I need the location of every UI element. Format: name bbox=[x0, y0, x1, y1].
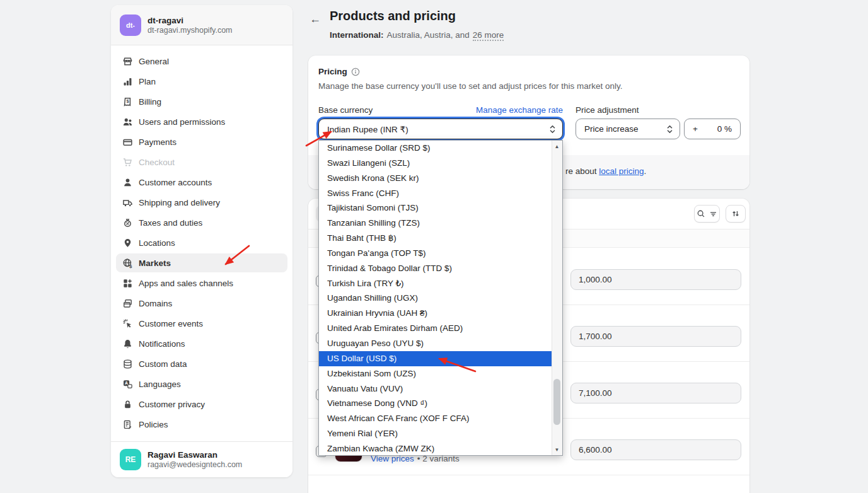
currency-option-label: Yemeni Rial (YER) bbox=[327, 429, 398, 438]
manage-exchange-rate-link[interactable]: Manage exchange rate bbox=[476, 105, 563, 115]
currency-option-label: Surinamese Dollar (SRD $) bbox=[327, 143, 431, 153]
currency-option[interactable]: Trinidad & Tobago Dollar (TTD $) bbox=[319, 261, 552, 276]
currency-option-label: Ugandan Shilling (UGX) bbox=[327, 293, 418, 303]
sidebar-item-plan[interactable]: Plan bbox=[116, 72, 287, 91]
sidebar-item-billing[interactable]: $ Billing bbox=[116, 92, 287, 111]
money-bag-icon bbox=[122, 218, 133, 228]
local-pricing-note: re about local pricing. bbox=[565, 166, 646, 176]
currency-option[interactable]: Tongan Pa'anga (TOP T$) bbox=[319, 246, 552, 261]
currency-dropdown-list: Surinamese Dollar (SRD $) Swazi Lilangen… bbox=[319, 141, 552, 455]
pricing-card-description: Manage the base currency you'll use to s… bbox=[318, 81, 623, 91]
currency-option[interactable]: West African CFA Franc (XOF F CFA) bbox=[319, 411, 552, 426]
currency-option[interactable]: Ukrainian Hryvnia (UAH ₴) bbox=[319, 306, 552, 321]
pricing-card-title-row: Pricing bbox=[318, 67, 360, 76]
sidebar-item-customer-events[interactable]: Customer events bbox=[116, 314, 287, 333]
base-currency-label: Base currency bbox=[318, 105, 373, 115]
sidebar-item-label: Users and permissions bbox=[139, 117, 225, 127]
sidebar-item-users-and-permissions[interactable]: Users and permissions bbox=[116, 112, 287, 131]
currency-option-label: Vanuatu Vatu (VUV) bbox=[327, 384, 403, 393]
store-avatar: dt- bbox=[120, 14, 141, 36]
sidebar-item-domains[interactable]: Domains bbox=[116, 294, 287, 313]
search-and-filter-button[interactable] bbox=[694, 205, 720, 223]
currency-option[interactable]: Swedish Krona (SEK kr) bbox=[319, 171, 552, 186]
sidebar-item-customer-privacy[interactable]: Customer privacy bbox=[116, 395, 287, 414]
adjustment-value: 0 % bbox=[717, 124, 732, 134]
price-input[interactable]: 1,700.00 bbox=[570, 326, 741, 347]
currency-option[interactable]: United Arab Emirates Dirham (AED) bbox=[319, 321, 552, 336]
market-name-label: International: bbox=[330, 30, 384, 40]
currency-option[interactable]: Swiss Franc (CHF) bbox=[319, 186, 552, 201]
currency-option[interactable]: Ugandan Shilling (UGX) bbox=[319, 291, 552, 306]
sidebar-item-label: Customer accounts bbox=[139, 178, 212, 187]
document-icon bbox=[122, 419, 133, 430]
price-adjustment-select[interactable]: Price increase bbox=[576, 119, 680, 139]
currency-option-label: Turkish Lira (TRY ₺) bbox=[327, 279, 404, 288]
sidebar-item-checkout[interactable]: Checkout bbox=[116, 153, 287, 171]
scrollbar-thumb[interactable] bbox=[553, 379, 560, 425]
sidebar-item-shipping-and-delivery[interactable]: Shipping and delivery bbox=[116, 193, 287, 212]
sidebar-item-label: Notifications bbox=[139, 339, 185, 349]
currency-option[interactable]: Uzbekistani Som (UZS) bbox=[319, 366, 552, 381]
currency-option[interactable]: Vietnamese Dong (VND ₫) bbox=[319, 396, 552, 411]
base-currency-value: Indian Rupee (INR ₹) bbox=[319, 124, 549, 134]
sidebar-item-label: Customer events bbox=[139, 319, 203, 328]
sidebar-item-taxes-and-duties[interactable]: Taxes and duties bbox=[116, 213, 287, 232]
sidebar-item-notifications[interactable]: Notifications bbox=[116, 334, 287, 353]
scroll-down-icon[interactable]: ▼ bbox=[552, 445, 562, 454]
price-input[interactable]: 1,000.00 bbox=[570, 269, 741, 290]
database-icon bbox=[122, 359, 133, 369]
currency-option[interactable]: Turkish Lira (TRY ₺) bbox=[319, 276, 552, 291]
sidebar-item-policies[interactable]: Policies bbox=[116, 415, 287, 434]
back-arrow-icon[interactable]: ← bbox=[307, 11, 323, 27]
currency-option[interactable]: Thai Baht (THB ฿) bbox=[319, 231, 552, 246]
currency-option[interactable]: Vanuatu Vatu (VUV) bbox=[319, 381, 552, 397]
currency-option-label: Uruguayan Peso (UYU $) bbox=[327, 339, 424, 348]
currency-option-label: Swazi Lilangeni (SZL) bbox=[327, 158, 410, 168]
sidebar-item-custom-data[interactable]: Custom data bbox=[116, 354, 287, 373]
more-regions-link[interactable]: 26 more bbox=[473, 30, 504, 41]
currency-option[interactable]: Swazi Lilangeni (SZL) bbox=[319, 156, 552, 171]
sort-button[interactable] bbox=[726, 205, 746, 223]
local-pricing-link[interactable]: local pricing bbox=[599, 166, 644, 176]
sidebar-item-languages[interactable]: A Languages bbox=[116, 374, 287, 393]
translate-icon: A bbox=[122, 379, 133, 390]
sidebar-item-label: Apps and sales channels bbox=[139, 279, 233, 288]
scroll-up-icon[interactable]: ▲ bbox=[552, 142, 562, 151]
sidebar-item-apps-and-sales-channels[interactable]: Apps and sales channels bbox=[116, 274, 287, 293]
user-meta: Ragavi Easwaran ragavi@wedesigntech.com bbox=[148, 450, 242, 469]
user-account[interactable]: RE Ragavi Easwaran ragavi@wedesigntech.c… bbox=[111, 441, 292, 477]
currency-option-label: Uzbekistani Som (UZS) bbox=[327, 369, 416, 378]
bar-chart-icon bbox=[122, 76, 133, 87]
sidebar-item-markets[interactable]: $ Markets bbox=[116, 253, 287, 272]
sidebar-item-label: Plan bbox=[139, 77, 156, 86]
currency-option[interactable]: Tajikistani Somoni (TJS) bbox=[319, 200, 552, 216]
sidebar-item-label: Domains bbox=[139, 299, 172, 308]
currency-option[interactable]: Tanzanian Shilling (TZS) bbox=[319, 216, 552, 231]
sidebar-item-customer-accounts[interactable]: Customer accounts bbox=[116, 173, 287, 192]
info-icon[interactable] bbox=[351, 67, 360, 76]
price-input[interactable]: 7,100.00 bbox=[570, 383, 741, 403]
svg-text:$: $ bbox=[126, 98, 129, 104]
currency-option[interactable]: Surinamese Dollar (SRD $) bbox=[319, 141, 552, 156]
store-switcher[interactable]: dt- dt-ragavi dt-ragavi.myshopify.com bbox=[111, 5, 292, 45]
lock-icon bbox=[122, 399, 133, 410]
filter-lines-icon bbox=[709, 210, 717, 218]
price-adjustment-value: Price increase bbox=[576, 124, 666, 134]
sidebar-item-label: Custom data bbox=[139, 359, 187, 369]
currency-option[interactable]: US Dollar (USD $) bbox=[319, 351, 552, 366]
currency-option[interactable]: Zambian Kwacha (ZMW ZK) bbox=[319, 441, 552, 455]
sidebar-item-locations[interactable]: Locations bbox=[116, 233, 287, 252]
page-subtitle: International: Australia, Austria, and 2… bbox=[330, 30, 504, 41]
page-title: Products and pricing bbox=[330, 9, 456, 23]
adjustment-percent-input[interactable]: + 0 % bbox=[684, 119, 741, 139]
base-currency-select[interactable]: Indian Rupee (INR ₹) bbox=[318, 119, 563, 139]
user-email: ragavi@wedesigntech.com bbox=[148, 460, 242, 469]
sidebar-item-payments[interactable]: Payments bbox=[116, 132, 287, 151]
price-input[interactable]: 6,600.00 bbox=[570, 439, 741, 460]
sidebar-item-general[interactable]: General bbox=[116, 52, 287, 71]
dropdown-scrollbar[interactable]: ▲ ▼ bbox=[552, 141, 562, 455]
chevron-updown-icon bbox=[549, 125, 556, 134]
currency-option[interactable]: Yemeni Rial (YER) bbox=[319, 426, 552, 441]
currency-option[interactable]: Uruguayan Peso (UYU $) bbox=[319, 336, 552, 351]
currency-option-label: Tajikistani Somoni (TJS) bbox=[327, 203, 419, 212]
